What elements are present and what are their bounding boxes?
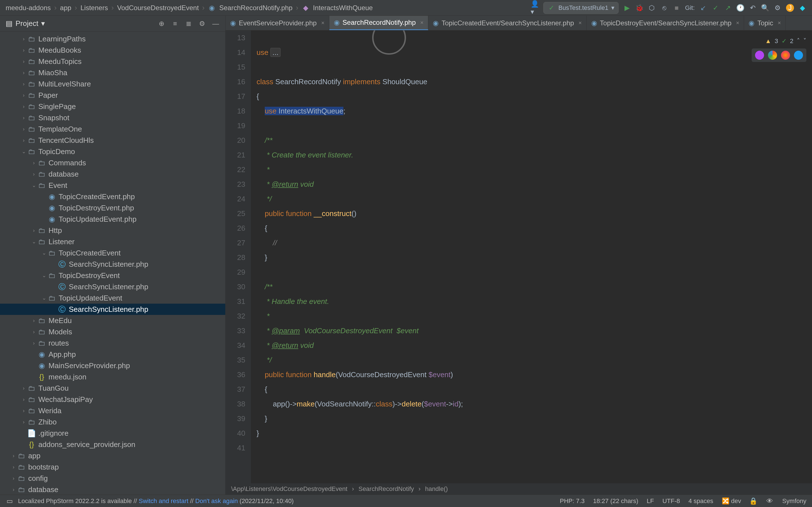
tree-item[interactable]: ⌄🗀Event [0,180,225,191]
tree-item[interactable]: ⒸSearchSyncListener.php [0,259,225,270]
switch-restart-link[interactable]: Switch and restart [139,497,188,504]
ide-icon[interactable]: ◆ [799,4,806,12]
tree-item[interactable]: ›🗀database [0,168,225,180]
collapse-icon[interactable]: ≣ [185,20,193,27]
project-tree[interactable]: ›🗀LearningPaths›🗀MeeduBooks›🗀MeeduTopics… [0,32,225,495]
tree-item[interactable]: ⌄🗀TopicCreatedEvent [0,247,225,259]
tree-item[interactable]: ›🗀MeeduBooks [0,45,225,56]
tree-item[interactable]: {}addons_service_provider.json [0,439,225,450]
run-icon[interactable]: ▶ [623,4,631,12]
editor-tab[interactable]: ◉TopicCreatedEvent/SearchSyncListener.ph… [428,16,587,30]
inspect-icon[interactable]: 👁 [766,497,774,505]
tree-item[interactable]: 📄.gitignore [0,428,225,439]
tree-item[interactable]: ›🗀Commands [0,157,225,168]
tree-item[interactable]: ›🗀TuanGou [0,383,225,394]
tree-item[interactable]: ◉TopicCreatedEvent.php [0,191,225,202]
settings-icon[interactable]: ⚙ [198,20,206,27]
tree-item[interactable]: ›🗀Snapshot [0,112,225,123]
settings-icon[interactable]: ⚙ [774,4,781,12]
breadcrumb-item[interactable]: meedu-addons [6,4,51,12]
editor-tab[interactable]: ◉Topic× [744,16,786,30]
run-configuration-selector[interactable]: ✓ BusTest.testRule1 ▾ [543,2,618,14]
tree-item[interactable]: ›🗀Models [0,326,225,337]
tree-item[interactable]: ›🗀Zhibo [0,416,225,428]
close-icon[interactable]: × [736,20,739,26]
tree-item[interactable]: ⌄🗀TopicDestroyEvent [0,270,225,281]
tree-item[interactable]: ›🗀bootstrap [0,461,225,473]
tree-item[interactable]: ◉TopicDestroyEvent.php [0,202,225,214]
close-icon[interactable]: × [420,19,424,26]
coverage-icon[interactable]: ⬡ [648,4,656,12]
tree-item[interactable]: ◉TopicUpdatedEvent.php [0,214,225,225]
code-content[interactable]: ▲3 ✓2 ˄ ˅ use ... class SearchRecordNoti… [251,31,812,483]
profile-icon[interactable]: ⎋ [660,4,668,12]
tree-item[interactable]: ›🗀Werida [0,405,225,416]
tree-item[interactable]: ›🗀Paper [0,90,225,101]
hide-icon[interactable]: — [212,20,220,27]
avatar-icon[interactable]: J [786,4,794,12]
tree-item[interactable]: ›🗀routes [0,337,225,349]
notification-icon[interactable]: ▭ [6,497,13,505]
git-history-icon[interactable]: 🕐 [737,4,744,12]
stop-icon[interactable]: ■ [673,4,680,12]
line-ending[interactable]: LF [647,497,654,505]
safari-icon[interactable] [794,51,803,60]
inspections-widget[interactable]: ▲3 ✓2 ˄ ˅ [765,34,806,48]
tree-item[interactable]: ›🗀SinglePage [0,101,225,112]
tree-item[interactable]: ›🗀MeeduTopics [0,56,225,67]
expand-icon[interactable]: ≡ [171,20,179,27]
editor-tab[interactable]: ◉SearchRecordNotify.php× [329,16,428,30]
tree-item[interactable]: ›🗀app [0,450,225,461]
tree-item[interactable]: ◉MainServiceProvider.php [0,360,225,371]
tree-item[interactable]: ⌄🗀Listener [0,236,225,247]
framework[interactable]: Symfony [782,497,806,505]
close-icon[interactable]: × [321,20,324,26]
next-icon[interactable]: ˅ [803,34,806,48]
breadcrumb-item[interactable]: Listeners [81,4,108,12]
close-icon[interactable]: × [777,20,781,26]
encoding[interactable]: UTF-8 [662,497,680,505]
chrome-icon[interactable] [768,51,777,60]
breadcrumb-item[interactable]: \App\Listeners\VodCourseDestroyedEvent [231,485,347,493]
tree-item[interactable]: ⌄🗀TopicUpdatedEvent [0,292,225,304]
tree-item[interactable]: ›🗀MiaoSha [0,67,225,78]
tree-item[interactable]: {}meedu.json [0,371,225,383]
editor-tab[interactable]: ◉TopicDestroyEvent/SearchSyncListener.ph… [587,16,744,30]
editor-tab[interactable]: ◉EventServiceProvider.php× [225,16,329,30]
search-icon[interactable]: 🔍 [761,4,769,12]
user-icon[interactable]: 👤▾ [531,4,539,12]
tree-item[interactable]: ⒸSearchSyncListener.php [0,304,225,315]
breadcrumb-item[interactable]: app [60,4,71,12]
git-update-icon[interactable]: ↙ [699,4,707,12]
firefox-icon[interactable] [781,51,790,60]
code-editor[interactable]: 1314151617181920212223242526272829303132… [225,31,812,483]
close-icon[interactable]: × [578,20,582,26]
tree-item[interactable]: ›🗀database [0,484,225,495]
lock-icon[interactable]: 🔒 [749,497,757,505]
git-push-icon[interactable]: ↗ [724,4,732,12]
tree-item[interactable]: ›🗀TencentCloudHls [0,135,225,146]
prev-icon[interactable]: ˄ [797,34,800,48]
indent[interactable]: 4 spaces [689,497,713,505]
tree-item[interactable]: ›🗀Http [0,225,225,236]
breadcrumb-item[interactable]: handle() [425,485,448,493]
dont-ask-link[interactable]: Don't ask again [195,497,238,504]
tree-item[interactable]: ›🗀MeEdu [0,315,225,326]
tree-item[interactable]: ›🗀WechatJsapiPay [0,394,225,405]
breadcrumb-item[interactable]: VodCourseDestroyedEvent [117,4,199,12]
breadcrumb-item[interactable]: SearchRecordNotify.php [219,4,293,12]
debug-icon[interactable]: 🐞 [636,4,644,12]
breadcrumb-item[interactable]: InteractsWithQueue [313,4,373,12]
locate-icon[interactable]: ⊕ [158,20,165,27]
git-commit-icon[interactable]: ✓ [712,4,719,12]
git-rollback-icon[interactable]: ↶ [749,4,757,12]
git-branch[interactable]: 🔀 dev [722,497,741,505]
tree-item[interactable]: ›🗀TemplateOne [0,123,225,135]
project-title[interactable]: ▤ Project ▾ [6,19,45,28]
php-version[interactable]: PHP: 7.3 [560,497,585,505]
caret-position[interactable]: 18:27 (22 chars) [593,497,638,505]
tree-item[interactable]: ◉App.php [0,349,225,360]
phpstorm-icon[interactable] [755,51,764,60]
tree-item[interactable]: ›🗀MultiLevelShare [0,78,225,90]
tree-item[interactable]: ⌄🗀TopicDemo [0,146,225,157]
